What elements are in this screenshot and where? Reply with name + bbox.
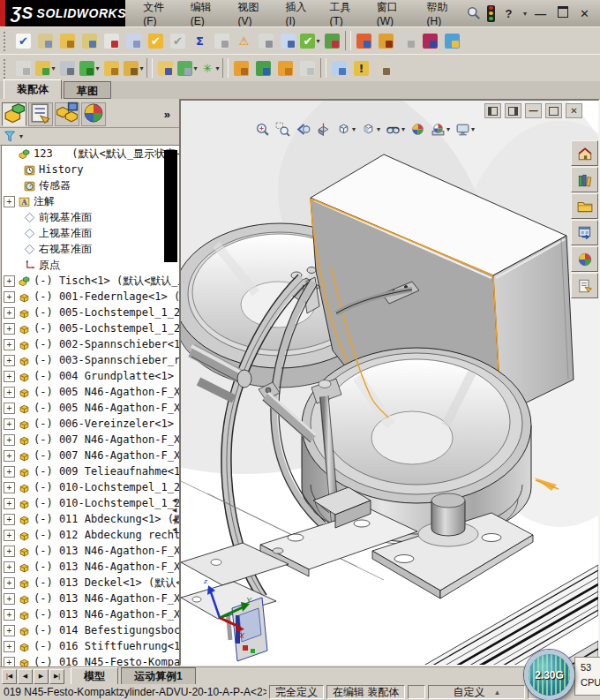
expand-toggle[interactable]: + [4,625,15,636]
tree-item[interactable]: +(-) 007 N46-Agathon-F_X2_0 [2,448,179,463]
tree-item[interactable]: +(-) 016 Stiftfuehrung<1> ( [2,638,179,654]
sep3-button[interactable] [320,58,326,78]
interference-detection-button[interactable] [231,58,251,79]
tree-item[interactable]: +(-) 002-Spannschieber<1> (默 [2,336,179,352]
tree-item[interactable]: +(-) 010-Lochstempel_1_2<1> [2,479,179,495]
expand-toggle[interactable]: + [4,355,15,366]
mate-button[interactable] [57,58,78,79]
expand-toggle[interactable]: + [4,291,15,303]
expand-toggle[interactable]: + [4,561,15,573]
filter-dropdown-icon[interactable]: ▾ [19,132,23,140]
deviation-analysis-button[interactable] [212,31,232,51]
exploded-view-button[interactable]: ▾ [124,58,144,79]
tab-草图[interactable]: 草图 [64,81,111,99]
sep1-button[interactable] [146,58,153,78]
panel-more-button[interactable]: » [164,108,177,121]
tree-item[interactable]: +(-) 005-Lochstempel_1_2<1> [2,305,179,320]
traffic-light-icon[interactable] [487,5,495,22]
expand-toggle[interactable]: + [4,641,15,652]
tree-item[interactable]: +右视基准面 [2,241,179,257]
verification-button[interactable]: ⚠ [234,31,254,51]
new-motion-study-button[interactable] [373,58,394,79]
status-custom-dropdown[interactable]: 自定义▲ [428,685,525,699]
move-component-button[interactable] [155,58,176,79]
tree-item[interactable]: +(-) 006-Vereinzeler<1> (默 [2,416,179,432]
filter-funnel-icon[interactable] [4,131,16,142]
assembly-xpert-button[interactable]: ! [351,58,371,79]
performance-evaluation-button[interactable] [101,31,122,51]
file-explorer-tab[interactable] [571,193,598,219]
alignment-check-button[interactable] [256,31,276,51]
study-nav-button[interactable]: ◀ [18,669,33,684]
propertymanager-tab[interactable] [28,102,53,126]
expand-toggle[interactable]: + [4,275,15,287]
compare-results-button[interactable] [420,31,440,51]
help-button[interactable]: ? [500,7,517,20]
doc-minimize-button[interactable]: — [525,103,542,118]
tree-item[interactable]: +(-) 010-Lochstempel_1_2<2> [2,495,179,511]
tab-装配体[interactable]: 装配体 [4,79,62,99]
design-table-button[interactable] [322,31,342,51]
equations-button[interactable]: Σ [190,31,210,51]
tree-item[interactable]: +(-) 005 N46-Agathon-F_X2_0 [2,400,179,416]
design-library-tab[interactable] [571,167,598,192]
tab-运动算例1[interactable]: 运动算例1 [121,667,196,686]
hide-show-items-button[interactable]: ▾ [384,120,407,139]
tree-item[interactable]: +传感器 [2,177,179,193]
measure-button[interactable] [35,31,56,51]
featuremanager-tab[interactable] [2,102,26,126]
expand-toggle[interactable]: + [4,466,15,478]
apply-scene-button[interactable]: ▾ [429,120,452,139]
assembly-features-button[interactable] [275,58,296,79]
mass-properties-button[interactable] [57,31,78,51]
expand-toggle[interactable]: + [4,593,15,605]
edit-appearance-button[interactable] [409,120,427,139]
tree-item[interactable]: +(-) 004 Grundplatte<1> (默 [2,368,179,384]
help-dropdown-icon[interactable]: ▾ [523,10,527,18]
tree-item[interactable]: +(-) 013 N46-Agathon-F_X2_0 [2,606,179,622]
tree-item[interactable]: +(-) 011 Abdeckung<1> (默认 [2,511,179,527]
expand-toggle[interactable]: + [4,546,15,557]
view-palette-tab[interactable] [571,220,598,245]
expand-toggle[interactable]: + [4,196,15,207]
study-nav-button[interactable]: ▶| [49,669,64,684]
previous-view-button[interactable] [294,120,312,139]
expand-toggle[interactable]: + [4,530,15,541]
insert-components-button[interactable]: ▾ [35,58,56,79]
doc-restore-button[interactable] [545,103,562,118]
home-tab[interactable] [571,140,598,166]
display-style-button[interactable]: ▾ [359,120,382,139]
toolbar-grip[interactable] [4,32,9,51]
search-icon[interactable] [466,5,482,21]
expand-toggle[interactable]: + [4,577,15,589]
study-nav-button[interactable]: |◀ [2,669,17,684]
tree-item[interactable]: +(-) Tisch<1> (默认<默认_显 [2,273,179,289]
pane-left-button[interactable] [484,103,501,118]
expand-toggle[interactable]: + [4,498,15,509]
tree-item[interactable]: +History [2,162,179,177]
resource-monitor-gauge[interactable]: 2.30G [524,650,574,700]
tree-item[interactable]: +(-) 005 N46-Agathon-F_X2_0 [2,384,179,400]
pane-right-button[interactable] [505,103,521,118]
custom-properties-tab[interactable] [571,273,598,298]
tree-item[interactable]: +A注解 [2,193,179,209]
graphics-area[interactable]: Y X z — ✕ ▾▾▾▾▾ [179,99,600,666]
expand-toggle[interactable]: + [4,339,15,350]
panel-splitter-arrows[interactable]: ◀◀◀◀ [172,497,179,532]
check-active-document-button[interactable]: ✔ [146,31,166,51]
tree-item[interactable]: +(-) 013 N46-Agathon-F_X2_0 [2,591,179,606]
close-button[interactable]: ✕ [576,7,593,20]
configurationmanager-tab[interactable] [55,102,79,126]
doc-close-button[interactable]: ✕ [566,103,582,118]
displaymanager-tab[interactable] [81,102,106,126]
tree-item[interactable]: +原点 [2,257,179,273]
tree-item[interactable]: +(-) 012 Abdeckung rechts<1 [2,527,179,543]
expand-toggle[interactable]: + [4,450,15,462]
circle-check-disabled-button[interactable] [398,31,418,51]
tree-item[interactable]: +(-) 009 Telieaufnahme<1> ( [2,463,179,479]
view-settings-button[interactable]: ▾ [454,120,476,139]
appearances-tab[interactable] [571,246,598,272]
tree-item[interactable]: +(-) 001-Federnlage<1> (默认 [2,289,179,305]
tree-item[interactable]: +(-) 016 N45-Festo-Kompaktz [2,654,179,667]
sep2-button[interactable] [222,58,229,78]
